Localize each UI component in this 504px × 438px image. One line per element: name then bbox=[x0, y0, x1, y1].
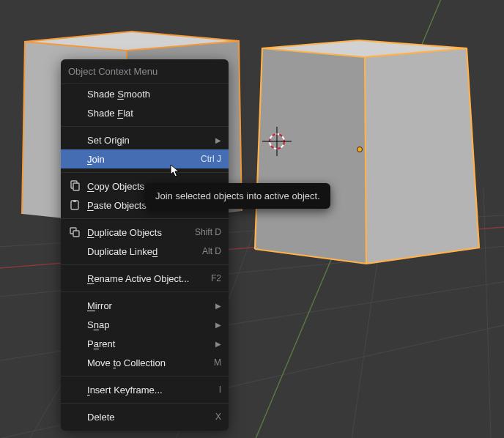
svg-rect-25 bbox=[73, 183, 79, 190]
menu-item-label: Mirror bbox=[87, 300, 208, 311]
duplicate-icon bbox=[68, 226, 81, 239]
menu-item-label: Snap bbox=[87, 319, 208, 330]
object-context-menu: Object Context Menu Shade Smooth Shade F… bbox=[61, 59, 229, 431]
menu-parent[interactable]: Parent ▶ bbox=[61, 334, 229, 353]
menu-duplicate-objects[interactable]: Duplicate Objects Shift D bbox=[61, 223, 229, 242]
chevron-right-icon: ▶ bbox=[215, 340, 221, 348]
menu-item-shortcut: I bbox=[219, 385, 221, 395]
origin-dot bbox=[357, 147, 363, 152]
menu-title: Object Context Menu bbox=[61, 59, 229, 84]
menu-item-label: Shade Flat bbox=[87, 108, 221, 119]
menu-item-label: Duplicate Linked bbox=[87, 246, 195, 257]
menu-item-shortcut: F2 bbox=[211, 273, 221, 283]
menu-item-label: Duplicate Objects bbox=[87, 227, 188, 238]
copy-icon bbox=[68, 179, 81, 193]
menu-item-label: Shade Smooth bbox=[87, 89, 221, 100]
menu-set-origin[interactable]: Set Origin ▶ bbox=[61, 130, 229, 149]
menu-item-label: Set Origin bbox=[87, 135, 208, 146]
menu-delete[interactable]: Delete X bbox=[61, 407, 229, 426]
chevron-right-icon: ▶ bbox=[215, 302, 221, 310]
chevron-right-icon: ▶ bbox=[215, 136, 221, 144]
menu-shade-smooth[interactable]: Shade Smooth bbox=[61, 84, 229, 103]
menu-item-label: Insert Keyframe... bbox=[87, 385, 212, 396]
menu-mirror[interactable]: Mirror ▶ bbox=[61, 296, 229, 315]
svg-marker-15 bbox=[255, 48, 366, 264]
svg-rect-27 bbox=[73, 200, 76, 202]
menu-shade-flat[interactable]: Shade Flat bbox=[61, 103, 229, 122]
menu-separator bbox=[61, 292, 229, 292]
menu-item-label: Move to Collection bbox=[87, 357, 207, 368]
menu-item-label: Delete bbox=[87, 412, 208, 423]
tooltip: Join selected objects into active object… bbox=[145, 183, 330, 209]
svg-line-7 bbox=[483, 187, 491, 438]
menu-item-shortcut: Shift D bbox=[195, 227, 221, 237]
menu-item-shortcut: X bbox=[215, 412, 221, 422]
menu-separator bbox=[61, 403, 229, 404]
menu-separator bbox=[61, 126, 229, 127]
menu-item-label: Join bbox=[87, 154, 193, 165]
menu-join[interactable]: Join Ctrl J bbox=[61, 149, 229, 168]
menu-item-shortcut: Ctrl J bbox=[201, 154, 221, 164]
menu-duplicate-linked[interactable]: Duplicate Linked Alt D bbox=[61, 242, 229, 261]
menu-rename[interactable]: Rename Active Object... F2 bbox=[61, 269, 229, 288]
paste-icon bbox=[68, 198, 81, 212]
tooltip-text: Join selected objects into active object… bbox=[155, 190, 320, 201]
menu-item-label: Rename Active Object... bbox=[87, 273, 204, 284]
cube-right[interactable] bbox=[255, 40, 479, 264]
menu-separator bbox=[61, 264, 229, 265]
menu-separator bbox=[61, 376, 229, 376]
svg-rect-29 bbox=[73, 231, 79, 237]
menu-snap[interactable]: Snap ▶ bbox=[61, 315, 229, 334]
menu-separator bbox=[61, 172, 229, 173]
menu-item-shortcut: M bbox=[214, 357, 221, 368]
menu-insert-keyframe[interactable]: Insert Keyframe... I bbox=[61, 380, 229, 399]
svg-marker-16 bbox=[365, 48, 479, 264]
menu-move-to-collection[interactable]: Move to Collection M bbox=[61, 353, 229, 372]
chevron-right-icon: ▶ bbox=[215, 321, 221, 329]
menu-separator bbox=[61, 218, 229, 219]
menu-item-shortcut: Alt D bbox=[202, 246, 221, 256]
menu-item-label: Parent bbox=[87, 338, 208, 349]
